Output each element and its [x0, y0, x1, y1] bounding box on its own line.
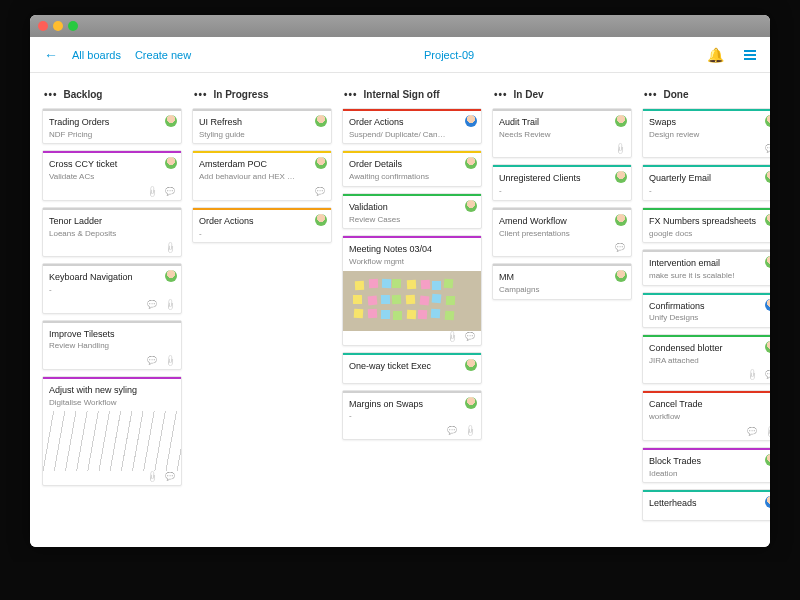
chat-icon[interactable]: 💬 — [765, 145, 770, 153]
card[interactable]: Improve TilesetsReview Handling💬📎 — [42, 320, 182, 370]
card[interactable]: ConfirmationsUnify Designs — [642, 292, 770, 328]
chat-icon[interactable]: 💬 — [165, 188, 175, 196]
card[interactable]: Block TradesIdeation — [642, 447, 770, 483]
card-title: Condensed blotter — [649, 343, 770, 354]
clip-icon[interactable]: 📎 — [764, 425, 770, 438]
card[interactable]: Letterheads — [642, 489, 770, 521]
card-title: Amend Workflow — [499, 216, 625, 227]
chat-icon[interactable]: 💬 — [615, 244, 625, 252]
card[interactable]: Unregistered Clients- — [492, 164, 632, 200]
card[interactable]: Trading OrdersNDF Pricing — [42, 108, 182, 144]
card[interactable]: Adjust with new sylingDigitalise Workflo… — [42, 376, 182, 486]
card-subtitle: Review Handling — [49, 341, 149, 351]
maximize-window-icon[interactable] — [68, 21, 78, 31]
minimize-window-icon[interactable] — [53, 21, 63, 31]
card[interactable]: Margins on Swaps-💬📎 — [342, 390, 482, 440]
card[interactable]: Cancel Tradeworkflow💬📎 — [642, 390, 770, 440]
card[interactable]: MMCampaigns — [492, 263, 632, 299]
card[interactable]: Tenor LadderLoeans & Deposits📎 — [42, 207, 182, 257]
card[interactable]: SwapsDesign review💬 — [642, 108, 770, 158]
chat-icon[interactable]: 💬 — [147, 357, 157, 365]
column-internal-sign-off: •••Internal Sign offOrder ActionsSuspend… — [342, 87, 482, 446]
card-title: Trading Orders — [49, 117, 175, 128]
chat-icon[interactable]: 💬 — [765, 371, 770, 379]
card[interactable]: Intervention emailmake sure it is scalab… — [642, 249, 770, 285]
column-menu-icon[interactable]: ••• — [344, 89, 358, 100]
column-done: •••DoneSwapsDesign review💬Quarterly Emai… — [642, 87, 770, 527]
card-body: Margins on Swaps- — [343, 393, 481, 425]
chat-icon[interactable]: 💬 — [447, 427, 457, 435]
card-title: Intervention email — [649, 258, 770, 269]
clip-icon[interactable]: 📎 — [614, 143, 627, 156]
card[interactable]: Audit TrailNeeds Review📎 — [492, 108, 632, 158]
card-body: Adjust with new sylingDigitalise Workflo… — [43, 379, 181, 411]
card[interactable]: UI RefreshStyling guide — [192, 108, 332, 144]
card-subtitle: Client presentations — [499, 229, 599, 239]
card-title: Cancel Trade — [649, 399, 770, 410]
column-header[interactable]: •••In Progress — [192, 87, 332, 108]
card[interactable]: Cross CCY ticketValidate ACs📎💬 — [42, 150, 182, 200]
card[interactable]: ValidationReview Cases — [342, 193, 482, 229]
close-window-icon[interactable] — [38, 21, 48, 31]
column-menu-icon[interactable]: ••• — [194, 89, 208, 100]
card-title: Order Details — [349, 159, 475, 170]
chat-icon[interactable]: 💬 — [315, 188, 325, 196]
card-subtitle: Workflow mgmt — [349, 257, 449, 267]
card-body: Meeting Notes 03/04Workflow mgmt — [343, 238, 481, 270]
card[interactable]: FX Numbers spreadsheetsgoogle docs — [642, 207, 770, 243]
card-title: Audit Trail — [499, 117, 625, 128]
card-body: Intervention emailmake sure it is scalab… — [643, 252, 770, 284]
card-title: One-way ticket Exec — [349, 361, 475, 372]
column-header[interactable]: •••Internal Sign off — [342, 87, 482, 108]
avatar — [765, 115, 770, 127]
all-boards-link[interactable]: All boards — [72, 49, 121, 61]
clip-icon[interactable]: 📎 — [164, 355, 177, 368]
avatar — [615, 115, 627, 127]
card[interactable]: Amend WorkflowClient presentations💬 — [492, 207, 632, 257]
card-title: Order Actions — [349, 117, 475, 128]
clip-icon[interactable]: 📎 — [146, 471, 159, 484]
avatar — [165, 115, 177, 127]
card-subtitle: Review Cases — [349, 215, 449, 225]
column-menu-icon[interactable]: ••• — [494, 89, 508, 100]
card-footer: 💬 — [643, 143, 770, 157]
chat-icon[interactable]: 💬 — [465, 333, 475, 341]
card-subtitle: - — [49, 285, 149, 295]
card[interactable]: Meeting Notes 03/04Workflow mgmt📎💬 — [342, 235, 482, 345]
column-header[interactable]: •••In Dev — [492, 87, 632, 108]
card[interactable]: Quarterly Email- — [642, 164, 770, 200]
card-body: Cross CCY ticketValidate ACs — [43, 153, 181, 185]
card-title: Quarterly Email — [649, 173, 770, 184]
chat-icon[interactable]: 💬 — [747, 428, 757, 436]
avatar — [465, 115, 477, 127]
bell-icon[interactable]: 🔔 — [707, 47, 724, 63]
card-title: Improve Tilesets — [49, 329, 175, 340]
create-new-link[interactable]: Create new — [135, 49, 191, 61]
column-header[interactable]: •••Done — [642, 87, 770, 108]
card[interactable]: Order Actions- — [192, 207, 332, 243]
card-body: Order DetailsAwaiting confirmations — [343, 153, 481, 185]
avatar — [165, 157, 177, 169]
card[interactable]: Amsterdam POCAdd behaviour and HEX val…💬 — [192, 150, 332, 200]
avatar — [615, 171, 627, 183]
menu-icon[interactable] — [744, 54, 756, 56]
clip-icon[interactable]: 📎 — [746, 369, 759, 382]
card[interactable]: Keyboard Navigation-💬📎 — [42, 263, 182, 313]
clip-icon[interactable]: 📎 — [464, 425, 477, 438]
clip-icon[interactable]: 📎 — [164, 242, 177, 255]
card[interactable]: Order DetailsAwaiting confirmations — [342, 150, 482, 186]
card[interactable]: Order ActionsSuspend/ Duplicate/ Cance… — [342, 108, 482, 144]
chat-icon[interactable]: 💬 — [165, 473, 175, 481]
column-menu-icon[interactable]: ••• — [644, 89, 658, 100]
column-menu-icon[interactable]: ••• — [44, 89, 58, 100]
back-arrow-icon[interactable]: ← — [44, 47, 58, 63]
clip-icon[interactable]: 📎 — [146, 185, 159, 198]
chat-icon[interactable]: 💬 — [147, 301, 157, 309]
card[interactable]: Condensed blotterJIRA attached📎💬 — [642, 334, 770, 384]
clip-icon[interactable]: 📎 — [164, 298, 177, 311]
column-header[interactable]: •••Backlog — [42, 87, 182, 108]
card[interactable]: One-way ticket Exec — [342, 352, 482, 384]
clip-icon[interactable]: 📎 — [446, 330, 459, 343]
card-title: Keyboard Navigation — [49, 272, 175, 283]
card-title: Swaps — [649, 117, 770, 128]
